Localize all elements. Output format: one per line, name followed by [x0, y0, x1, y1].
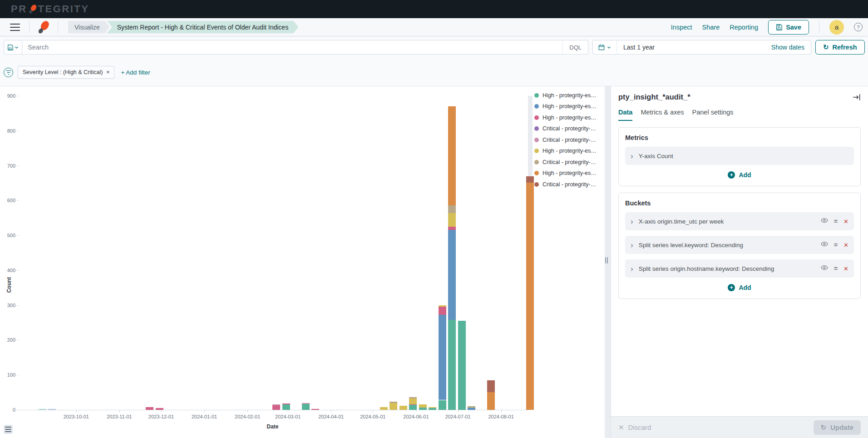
- panel-resize-handle[interactable]: [605, 257, 608, 264]
- chart-bar-segment[interactable]: [448, 320, 456, 410]
- panel-tabs: DataMetrics & axesPanel settings: [618, 109, 861, 121]
- chart-bar-segment[interactable]: [448, 106, 456, 205]
- legend-item-2[interactable]: High - protegrity-es…: [534, 113, 597, 122]
- chart-bar-segment[interactable]: [311, 409, 319, 410]
- chart-bar-segment[interactable]: [429, 408, 436, 410]
- chart-bar-segment[interactable]: [439, 315, 446, 400]
- menu-hamburger-icon[interactable]: [10, 24, 20, 31]
- remove-icon[interactable]: ✕: [843, 242, 848, 249]
- visualization-editor-panel: pty_insight_*audit_* DataMetrics & axesP…: [611, 86, 868, 438]
- chart-bar-segment[interactable]: [409, 398, 417, 404]
- chart-bar-segment[interactable]: [302, 403, 310, 404]
- discard-button[interactable]: ✕ Discard: [618, 423, 651, 432]
- eye-icon[interactable]: [821, 264, 828, 273]
- filter-remove-icon[interactable]: ×: [106, 69, 109, 75]
- chart-bar-segment[interactable]: [448, 205, 456, 213]
- refresh-button[interactable]: ↻ Refresh: [815, 40, 865, 55]
- legend-item-0[interactable]: High - protegrity-es…: [534, 91, 597, 100]
- breadcrumb-item-0[interactable]: Visualize: [68, 21, 110, 34]
- filter-menu-icon[interactable]: [4, 68, 13, 77]
- chart-bar-segment[interactable]: [272, 404, 280, 405]
- bucket-row[interactable]: ›X-axis origin.time_utc per week=✕: [625, 212, 854, 230]
- legend-color-dot: [534, 182, 539, 187]
- toolbar-link-inspect[interactable]: Inspect: [671, 24, 692, 31]
- tab-data[interactable]: Data: [618, 109, 632, 121]
- legend-color-dot: [534, 138, 539, 142]
- eye-icon[interactable]: [821, 217, 828, 226]
- update-button[interactable]: ↻ Update: [814, 420, 861, 435]
- toolbar-link-share[interactable]: Share: [702, 24, 720, 31]
- chart-bar-segment[interactable]: [487, 392, 495, 410]
- chart-bar-segment[interactable]: [156, 408, 163, 410]
- eye-icon[interactable]: [821, 240, 828, 249]
- save-button[interactable]: Save: [768, 20, 809, 35]
- add-bucket-button[interactable]: + Add: [728, 284, 751, 291]
- calendar-menu-button[interactable]: [593, 40, 617, 54]
- legend-item-1[interactable]: High - protegrity-es…: [534, 102, 597, 111]
- chart-bar-segment[interactable]: [409, 404, 417, 405]
- bucket-row[interactable]: ›Split series origin.hostname.keyword: D…: [625, 259, 854, 278]
- drag-handle-icon[interactable]: =: [834, 241, 838, 249]
- dql-language-button[interactable]: DQL: [562, 40, 588, 54]
- search-input[interactable]: [22, 44, 562, 51]
- chart-bar-segment[interactable]: [409, 405, 417, 410]
- metric-row-label: Y-axis Count: [639, 153, 848, 159]
- metric-row[interactable]: ›Y-axis Count: [625, 147, 854, 165]
- chart-bar-segment[interactable]: [439, 305, 446, 307]
- chart-bar-segment[interactable]: [380, 407, 388, 410]
- chart-bar-segment[interactable]: [390, 403, 397, 410]
- chart-bar-segment[interactable]: [282, 404, 290, 410]
- add-filter-button[interactable]: + Add filter: [121, 69, 150, 76]
- chart-bar-segment[interactable]: [419, 404, 427, 407]
- filter-pill-severity[interactable]: Severity Level : (High & Critical) ×: [18, 66, 114, 79]
- chart-bar-segment[interactable]: [526, 183, 534, 410]
- chart-bar-segment[interactable]: [399, 406, 407, 410]
- chart-bar-segment[interactable]: [439, 307, 446, 315]
- legend-item-4[interactable]: Critical - protegrity-…: [534, 135, 597, 144]
- chart-bar-segment[interactable]: [448, 227, 456, 230]
- chart-bar-segment[interactable]: [390, 402, 397, 403]
- time-range-value[interactable]: Last 1 year: [617, 44, 661, 51]
- collapse-panel-icon[interactable]: [853, 93, 861, 101]
- chart-bar-segment[interactable]: [282, 403, 290, 404]
- chart-bar-segment[interactable]: [487, 380, 495, 392]
- tab-metrics-axes[interactable]: Metrics & axes: [641, 109, 684, 121]
- drag-handle-icon[interactable]: =: [834, 265, 838, 272]
- legend-item-5[interactable]: High - protegrity-es…: [534, 147, 597, 155]
- chart-bar-segment[interactable]: [409, 397, 417, 398]
- toolbar-link-reporting[interactable]: Reporting: [730, 24, 758, 31]
- app-logo-icon[interactable]: [37, 20, 50, 34]
- legend-item-3[interactable]: Critical - protegrity-…: [534, 124, 597, 133]
- legend-toggle-icon[interactable]: [4, 425, 13, 434]
- chart-bar-segment[interactable]: [448, 230, 456, 320]
- chart-bar-segment[interactable]: [439, 400, 446, 410]
- chart-bar-segment[interactable]: [458, 321, 466, 410]
- chart-bar-segment[interactable]: [419, 408, 427, 410]
- chart-bar-segment[interactable]: [146, 407, 153, 410]
- tab-panel-settings[interactable]: Panel settings: [692, 109, 734, 121]
- remove-icon[interactable]: ✕: [843, 265, 848, 272]
- saved-query-menu-button[interactable]: [4, 40, 22, 54]
- chart-bar-segment[interactable]: [302, 404, 310, 410]
- legend-item-7[interactable]: High - protegrity-es…: [534, 169, 597, 178]
- chart-bar-segment[interactable]: [272, 405, 280, 410]
- avatar[interactable]: a: [829, 20, 844, 35]
- add-metric-button[interactable]: + Add: [728, 171, 751, 179]
- chart-bar-segment[interactable]: [526, 176, 534, 183]
- legend-item-6[interactable]: Critical - protegrity-…: [534, 158, 597, 166]
- chart-bar-segment[interactable]: [429, 407, 436, 408]
- chart-bar-segment[interactable]: [468, 407, 475, 408]
- breadcrumb-item-1[interactable]: System Report - High & Critical Events o…: [107, 21, 298, 34]
- bucket-row[interactable]: ›Split series level.keyword: Descending=…: [625, 236, 854, 254]
- chart-bar-segment[interactable]: [39, 409, 46, 410]
- chart-bar-segment[interactable]: [48, 409, 56, 410]
- drag-handle-icon[interactable]: =: [834, 218, 838, 225]
- chart-bar-segment[interactable]: [468, 406, 475, 407]
- chart-bar-segment[interactable]: [468, 408, 475, 410]
- remove-icon[interactable]: ✕: [843, 218, 848, 225]
- y-axis-title: Count: [6, 275, 12, 295]
- show-dates-button[interactable]: Show dates: [765, 44, 811, 51]
- chart-bar-segment[interactable]: [448, 213, 456, 227]
- legend-item-8[interactable]: Critical - protegrity-…: [534, 180, 597, 189]
- help-icon[interactable]: ?: [854, 23, 863, 31]
